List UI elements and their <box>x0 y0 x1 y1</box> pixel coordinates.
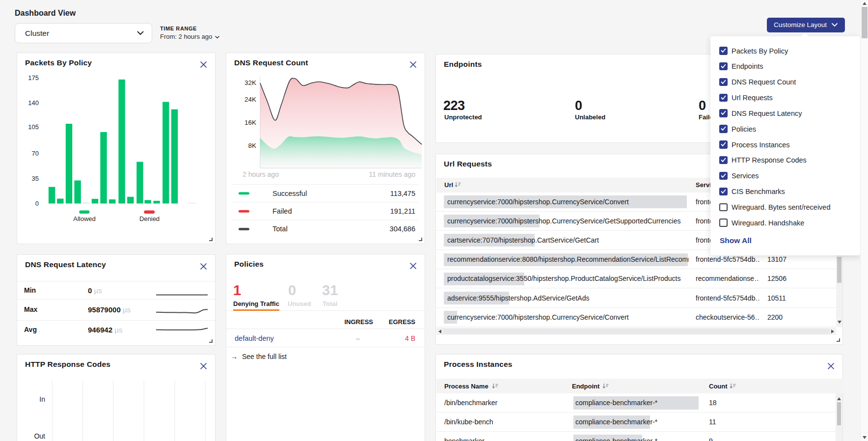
svg-text:35: 35 <box>32 175 39 182</box>
svg-text:In: In <box>39 395 45 403</box>
svg-text:8K: 8K <box>248 142 256 149</box>
svg-text:24K: 24K <box>244 96 256 103</box>
svg-text:304,686: 304,686 <box>390 225 415 233</box>
svg-text:70: 70 <box>32 150 39 157</box>
svg-text:Allowed: Allowed <box>73 215 96 222</box>
svg-text:16K: 16K <box>244 119 256 126</box>
svg-text:11 minutes ago: 11 minutes ago <box>369 170 415 178</box>
svg-text:140: 140 <box>28 99 39 107</box>
svg-text:Out: Out <box>34 432 45 440</box>
svg-text:191,211: 191,211 <box>390 207 415 215</box>
svg-text:113,475: 113,475 <box>390 190 415 197</box>
svg-text:2 hours ago: 2 hours ago <box>243 170 279 178</box>
svg-text:175: 175 <box>28 74 39 82</box>
svg-text:Failed: Failed <box>272 207 292 215</box>
svg-text:32K: 32K <box>244 79 256 86</box>
svg-text:Total: Total <box>272 225 288 233</box>
svg-text:105: 105 <box>28 123 39 131</box>
svg-text:Denied: Denied <box>139 215 160 222</box>
svg-text:Successful: Successful <box>272 190 307 197</box>
svg-text:0: 0 <box>35 200 39 207</box>
